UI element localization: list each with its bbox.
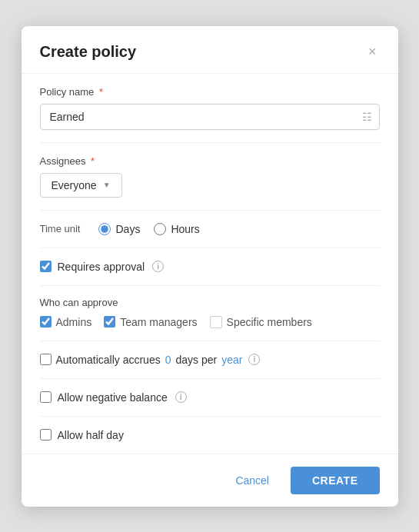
dialog-header: Create policy × <box>22 26 398 74</box>
assignees-label: Assignees * <box>40 155 380 167</box>
half-day-label: Allow half day <box>58 429 124 441</box>
half-day-row: Allow half day <box>40 417 380 454</box>
specific-members-checkbox-box <box>210 316 222 328</box>
chevron-down-icon: ▼ <box>103 181 111 189</box>
time-unit-label: Time unit <box>40 223 81 234</box>
specific-members-label: Specific members <box>227 316 312 328</box>
auto-accrues-checkbox[interactable] <box>40 354 52 365</box>
who-can-approve-section: Who can approve Admins Team managers Spe… <box>40 286 380 341</box>
assignees-value: Everyone <box>52 179 97 191</box>
days-label: Days <box>115 223 140 235</box>
half-day-checkbox[interactable] <box>40 429 52 441</box>
specific-members-option[interactable]: Specific members <box>210 316 312 328</box>
assignees-select[interactable]: Everyone ▼ <box>40 173 122 198</box>
admins-checkbox[interactable] <box>40 316 52 328</box>
days-radio[interactable] <box>98 223 111 235</box>
approve-options: Admins Team managers Specific members <box>40 316 380 328</box>
admins-label: Admins <box>56 316 92 328</box>
requires-approval-row: Requires approval i <box>40 248 380 286</box>
hours-radio[interactable] <box>154 223 166 235</box>
create-policy-dialog: Create policy × Policy name * ☷ Assignee… <box>22 26 398 507</box>
auto-accrues-info-icon: i <box>248 354 260 365</box>
list-icon: ☷ <box>362 111 372 123</box>
days-radio-option[interactable]: Days <box>98 223 140 235</box>
requires-approval-info-icon: i <box>152 261 164 272</box>
who-can-approve-label: Who can approve <box>40 297 380 308</box>
policy-name-label: Policy name * <box>40 86 380 98</box>
close-button[interactable]: × <box>365 43 380 60</box>
dialog-footer: Cancel CREATE <box>22 454 398 507</box>
assignees-field: Assignees * Everyone ▼ <box>40 143 380 211</box>
dialog-title: Create policy <box>40 43 137 61</box>
hours-radio-option[interactable]: Hours <box>154 223 199 235</box>
cancel-button[interactable]: Cancel <box>223 467 281 494</box>
create-button[interactable]: CREATE <box>291 467 380 494</box>
hours-label: Hours <box>171 223 199 235</box>
auto-accrues-period[interactable]: year <box>221 354 242 366</box>
dialog-body: Policy name * ☷ Assignees * Everyone ▼ T… <box>22 74 398 454</box>
required-star: * <box>99 86 103 98</box>
negative-balance-label: Allow negative balance <box>58 391 168 404</box>
negative-balance-checkbox[interactable] <box>40 391 52 403</box>
policy-name-field: Policy name * ☷ <box>40 74 380 143</box>
policy-name-input-wrapper: ☷ <box>40 104 380 130</box>
negative-balance-row: Allow negative balance i <box>40 379 380 417</box>
policy-name-input[interactable] <box>40 104 380 130</box>
auto-accrues-label: Automatically accrues <box>56 354 161 366</box>
requires-approval-label: Requires approval <box>58 261 145 273</box>
negative-balance-info-icon: i <box>175 391 187 403</box>
auto-accrues-row: Automatically accrues 0 days per year i <box>40 341 380 379</box>
requires-approval-checkbox[interactable] <box>40 261 52 272</box>
time-unit-row: Time unit Days Hours <box>40 211 380 248</box>
auto-accrues-days-num: 0 <box>165 354 171 366</box>
admins-option[interactable]: Admins <box>40 316 92 328</box>
assignees-required-star: * <box>91 155 95 167</box>
team-managers-checkbox[interactable] <box>104 316 115 328</box>
team-managers-label: Team managers <box>120 316 197 328</box>
auto-accrues-days-text: days per <box>175 354 217 366</box>
team-managers-option[interactable]: Team managers <box>104 316 197 328</box>
